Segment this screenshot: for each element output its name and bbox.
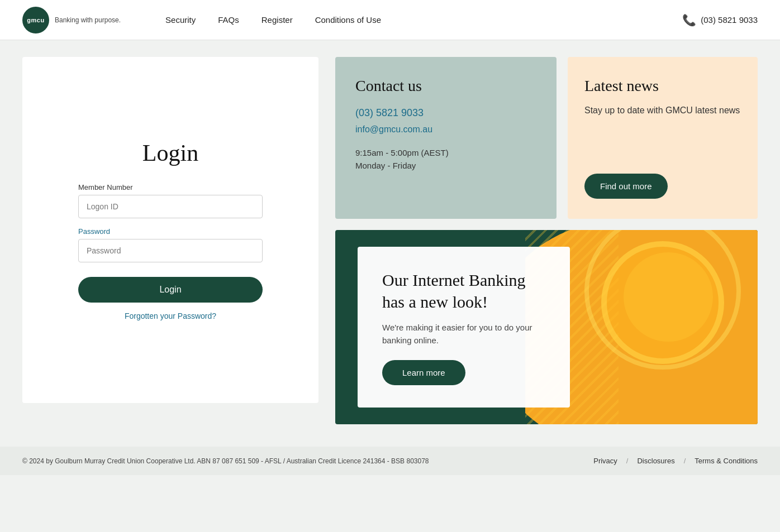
site-footer: © 2024 by Goulburn Murray Credit Union C… [0, 447, 780, 475]
phone-icon: 📞 [682, 13, 696, 27]
password-label: Password​ [78, 227, 263, 236]
nav-security[interactable]: Security [165, 15, 196, 25]
member-number-input[interactable] [78, 195, 263, 218]
copyright-text: © 2024 by Goulburn Murray Credit Union C… [22, 457, 429, 465]
footer-sep-2: / [684, 457, 686, 465]
member-number-group: Member Number [78, 183, 263, 218]
main-nav: Security FAQs Register Conditions of Use [165, 15, 381, 25]
login-panel: Login Member Number Password​ Login Forg… [22, 57, 318, 403]
header-phone: 📞 (03) 5821 9033 [682, 13, 758, 27]
footer-privacy-link[interactable]: Privacy [593, 457, 617, 465]
site-header: gmcu Banking with purpose. Security FAQs… [0, 0, 780, 40]
contact-hours: 9:15am - 5:00pm (AEST) [355, 148, 536, 157]
learn-more-button[interactable]: Learn more [382, 360, 465, 385]
footer-sep-1: / [626, 457, 629, 465]
login-title: Login [142, 140, 198, 166]
contact-email[interactable]: info@gmcu.com.au [355, 124, 536, 135]
contact-panel: Contact us (03) 5821 9033 info@gmcu.com.… [335, 57, 557, 219]
banner-description: We're making it easier for you to do you… [382, 322, 545, 347]
banner-title: Our Internet Banking has a new look! [382, 269, 545, 313]
banking-banner: Our Internet Banking has a new look! We'… [335, 230, 758, 424]
main-content: Login Member Number Password​ Login Forg… [0, 40, 780, 441]
news-panel: Latest news Stay up to date with GMCU la… [568, 57, 758, 219]
member-number-label: Member Number [78, 183, 263, 191]
footer-links: Privacy / Disclosures / Terms & Conditio… [593, 457, 758, 465]
contact-days: Monday - Friday [355, 161, 536, 170]
find-out-more-button[interactable]: Find out more [584, 174, 668, 199]
footer-terms-link[interactable]: Terms & Conditions [695, 457, 758, 465]
news-description: Stay up to date with GMCU latest news [584, 104, 741, 117]
news-title: Latest news [584, 77, 741, 95]
password-input[interactable] [78, 239, 263, 262]
nav-faqs[interactable]: FAQs [218, 15, 239, 25]
login-button[interactable]: Login [78, 277, 263, 303]
right-panels: Contact us (03) 5821 9033 info@gmcu.com.… [335, 57, 758, 424]
logo-tagline: Banking with purpose. [55, 16, 121, 24]
contact-title: Contact us [355, 77, 536, 95]
logo-icon: gmcu [22, 7, 49, 33]
banner-content: Our Internet Banking has a new look! We'… [358, 247, 570, 408]
nav-register[interactable]: Register [261, 15, 293, 25]
nav-conditions[interactable]: Conditions of Use [315, 15, 381, 25]
forgot-password-link[interactable]: Forgotten your Password? [125, 311, 216, 320]
footer-disclosures-link[interactable]: Disclosures [637, 457, 674, 465]
logo-link[interactable]: gmcu Banking with purpose. [22, 7, 121, 33]
contact-phone[interactable]: (03) 5821 9033 [355, 107, 536, 119]
top-panels: Contact us (03) 5821 9033 info@gmcu.com.… [335, 57, 758, 219]
citrus-inner [624, 252, 713, 342]
password-group: Password​ [78, 227, 263, 262]
